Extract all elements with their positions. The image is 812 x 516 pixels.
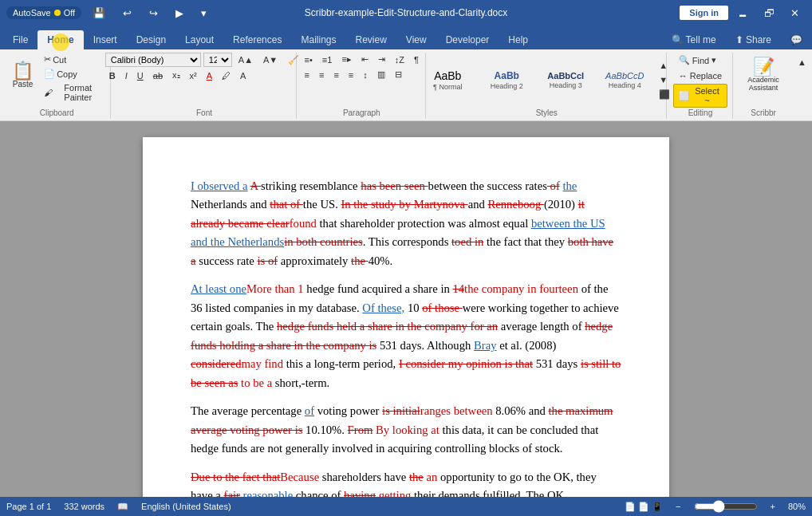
dropdown-button[interactable]: ▾ [195, 6, 213, 21]
borders-button[interactable]: ⊟ [391, 68, 406, 81]
ribbon-collapse-button[interactable]: ▲ [794, 56, 810, 69]
style-heading2[interactable]: AaBb Heading 2 [478, 60, 535, 101]
title-left: AutoSave Off 💾 ↩ ↪ ▶ ▾ [6, 6, 213, 21]
underline-button[interactable]: U [133, 69, 148, 82]
decrease-indent-button[interactable]: ⇤ [357, 53, 372, 66]
undo-button[interactable]: ↩ [116, 6, 138, 21]
italic-button[interactable]: I [121, 69, 132, 82]
comments-button[interactable]: 💬 [781, 30, 812, 49]
academic-assistant-label: AcademicAssistant [747, 76, 779, 92]
style-heading4[interactable]: AaBbCcD Heading 4 [596, 60, 653, 101]
paragraph-4: Due to the fact thatBecause shareholders… [191, 468, 621, 497]
replace-label: Replace [690, 71, 722, 81]
line-spacing-button[interactable]: ↕ [359, 68, 372, 81]
style-heading3-preview: AaBbCcI [547, 71, 584, 81]
style-normal[interactable]: AaBb ¶ Normal [419, 60, 476, 101]
paragraph-label: Paragraph [298, 108, 425, 117]
tab-home[interactable]: Home [37, 30, 83, 49]
tab-help[interactable]: Help [499, 30, 538, 49]
select-label: Select ~ [692, 86, 722, 105]
page-info: Page 1 of 1 [6, 502, 51, 511]
highlight-button[interactable]: 🖊 [218, 69, 235, 82]
find-button[interactable]: 🔍 Find ▾ [673, 53, 727, 68]
ribbon: 📋 Paste ✂ Cut 📄 Copy 🖌 Format Painter Cl… [0, 49, 812, 121]
style-heading2-label: Heading 2 [491, 82, 523, 90]
replace-button[interactable]: ↔ Replace [673, 69, 727, 83]
style-heading2-preview: AaBb [495, 70, 519, 81]
share-button[interactable]: ⬆ Share [726, 30, 781, 49]
tab-file[interactable]: File [3, 30, 37, 49]
style-heading4-preview: AaBbCcD [605, 71, 644, 81]
justify-button[interactable]: ≡ [345, 68, 357, 81]
tab-view[interactable]: View [396, 30, 436, 49]
zoom-in-button[interactable]: + [767, 501, 778, 512]
minimize-button[interactable]: 🗕 [731, 6, 755, 21]
paragraph-1: I observed a A striking resemblance has … [191, 177, 621, 270]
scribbr-group: 📝 AcademicAssistant Scribbr [735, 53, 792, 119]
numbering-button[interactable]: ≡1 [318, 53, 337, 66]
font-group: Calibri (Body) 12 A▲ A▼ 🧹 B I U ab x₂ x²… [112, 53, 296, 119]
copy-button[interactable]: 📄 Copy [40, 67, 105, 81]
tab-review[interactable]: Review [345, 30, 396, 49]
clipboard-label: Clipboard [3, 108, 110, 117]
shading-para-button[interactable]: ▥ [373, 68, 389, 81]
paragraph-2: At least oneMore than 1 hedge fund acqui… [191, 280, 621, 392]
align-center-button[interactable]: ≡ [315, 68, 328, 81]
select-button[interactable]: ⬜ Select ~ [673, 84, 727, 108]
cut-button[interactable]: ✂ Cut [40, 53, 105, 66]
strikethrough-button[interactable]: ab [149, 69, 167, 82]
font-row2: B I U ab x₂ x² A 🖊 A [105, 69, 250, 82]
paste-button[interactable]: 📋 Paste [8, 53, 37, 97]
tab-references[interactable]: References [223, 30, 291, 49]
select-icon: ⬜ [679, 91, 690, 101]
tab-design[interactable]: Design [127, 30, 175, 49]
format-painter-button[interactable]: 🖌 Format Painter [40, 81, 105, 104]
scribbr-label: Scribbr [735, 108, 792, 117]
style-heading3-label: Heading 3 [550, 81, 582, 89]
font-size-select[interactable]: 12 [203, 53, 232, 67]
find-label: Find [692, 56, 709, 65]
redo-button[interactable]: ↪ [143, 6, 164, 21]
sort-button[interactable]: ↕Z [391, 53, 408, 66]
academic-assistant-button[interactable]: 📝 AcademicAssistant [739, 53, 787, 97]
tab-layout[interactable]: Layout [175, 30, 223, 49]
signin-button[interactable]: Sign in [680, 6, 728, 20]
status-right: 📄 📄 📱 − + 80% [625, 500, 806, 513]
zoom-level: 80% [788, 502, 806, 511]
find-icon: 🔍 [679, 55, 690, 65]
tab-mailings[interactable]: Mailings [291, 30, 345, 49]
font-color-button[interactable]: A [203, 69, 216, 82]
subscript-button[interactable]: x₂ [168, 69, 184, 82]
ribbon-collapse-area: ▲ [794, 53, 810, 119]
zoom-out-button[interactable]: − [672, 501, 684, 512]
multilevel-list-button[interactable]: ≡▸ [337, 53, 355, 66]
restore-button[interactable]: 🗗 [758, 6, 781, 21]
bold-button[interactable]: B [105, 69, 120, 82]
paragraph-group: ≡• ≡1 ≡▸ ⇤ ⇥ ↕Z ¶ ≡ ≡ ≡ ≡ ↕ ▥ ⊟ Paragrap… [298, 53, 426, 119]
save-button[interactable]: 💾 [86, 6, 112, 21]
decrease-font-button[interactable]: A▼ [259, 53, 282, 66]
font-label: Font [112, 108, 295, 117]
doc-title: Scribbr-example-Edit-Structure-and-Clari… [305, 7, 508, 18]
tell-me-input[interactable]: 🔍 Tell me [662, 30, 726, 49]
tab-developer[interactable]: Developer [436, 30, 499, 49]
zoom-slider[interactable] [694, 500, 758, 513]
increase-indent-button[interactable]: ⇥ [374, 53, 389, 66]
bullets-button[interactable]: ≡• [301, 53, 317, 66]
document-area: I observed a A striking resemblance has … [0, 121, 812, 497]
tab-insert[interactable]: Insert [84, 30, 127, 49]
close-button[interactable]: ✕ [784, 6, 806, 21]
align-left-button[interactable]: ≡ [301, 68, 313, 81]
language-info: English (United States) [141, 502, 231, 511]
shading-button[interactable]: A [236, 69, 250, 82]
autosave-dot [54, 10, 61, 16]
status-bar: Page 1 of 1 332 words 📖 English (United … [0, 497, 812, 516]
superscript-button[interactable]: x² [186, 69, 201, 82]
play-button[interactable]: ▶ [169, 6, 190, 21]
align-right-button[interactable]: ≡ [329, 68, 342, 81]
increase-font-button[interactable]: A▲ [235, 53, 257, 66]
style-heading3[interactable]: AaBbCcI Heading 3 [537, 60, 594, 101]
document-page[interactable]: I observed a A striking resemblance has … [143, 137, 669, 497]
font-name-select[interactable]: Calibri (Body) [105, 53, 201, 67]
ribbon-tabs: File Home Insert Design Layout Reference… [0, 26, 812, 49]
